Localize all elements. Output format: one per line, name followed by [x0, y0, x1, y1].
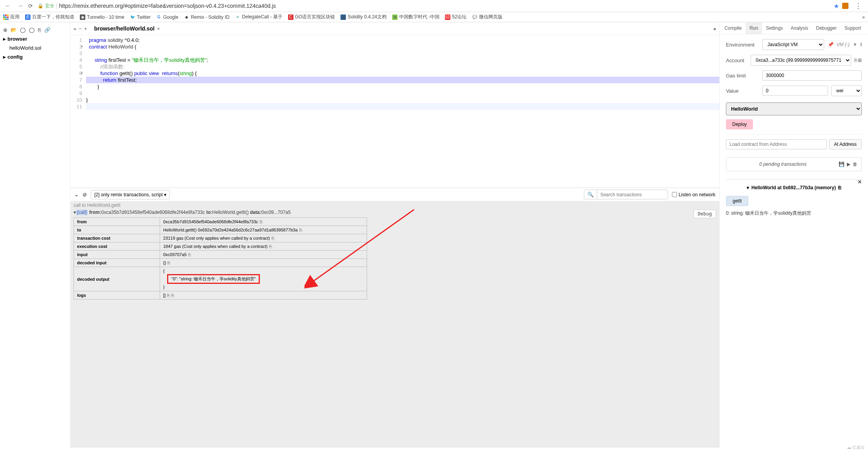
gas-limit-label: Gas limit — [726, 73, 759, 79]
tabs-minus-icon[interactable]: − — [79, 26, 82, 32]
trash-icon[interactable]: 🗑 — [853, 161, 857, 167]
copy-icon[interactable]: ⎘ — [171, 293, 174, 298]
terminal-filter-select[interactable]: [2] only remix transactions, script ▾ — [91, 190, 170, 199]
bookmark-item[interactable]: ◆Remix - Solidity ID — [184, 14, 230, 20]
instance-header[interactable]: ▾ HelloWorld at 0x692...77b3a (memory) ⎘ — [726, 183, 862, 192]
bookmark-item[interactable]: 5252论坛 — [445, 14, 466, 20]
terminal-output: call to HelloWorld.getIt ▾[call] from:0x… — [70, 201, 719, 448]
copy-icon[interactable]: ⎘ — [299, 228, 302, 232]
gas-limit-input[interactable] — [762, 70, 862, 81]
open-folder-icon[interactable]: 📂 — [11, 27, 17, 33]
tree-folder-config[interactable]: ▸ config — [0, 52, 70, 61]
copy-icon[interactable]: ⎘ — [38, 27, 41, 33]
tree-folder-browser[interactable]: ▸ browser — [0, 34, 70, 43]
search-icon[interactable]: 🔍 — [584, 190, 597, 199]
terminal-clear-icon[interactable]: ⊘ — [83, 192, 87, 197]
close-instance-icon[interactable]: × — [857, 178, 862, 186]
deployed-instance: × ▾ HelloWorld at 0x692...77b3a (memory)… — [726, 179, 862, 217]
chevron-down-icon[interactable]: ▾ — [747, 185, 749, 190]
copy-icon[interactable]: ⎘ — [838, 185, 841, 190]
tab-settings[interactable]: Settings — [762, 22, 787, 34]
bookmark-item[interactable]: ▤Solidity 0.4.24文档 — [340, 14, 386, 20]
terminal-toggle-icon[interactable]: ⌄ — [74, 192, 79, 197]
value-input[interactable] — [762, 86, 828, 96]
tab-analysis[interactable]: Analysis — [787, 22, 812, 34]
apps-icon — [3, 14, 9, 20]
environment-label: Environment — [726, 42, 759, 48]
account-select[interactable]: 0xca3...a733c (99.999999999999975771 — [751, 55, 851, 66]
extension-icon[interactable] — [842, 3, 848, 9]
load-address-input[interactable] — [726, 139, 827, 149]
tab-run[interactable]: Run — [746, 22, 762, 34]
function-result: 0: string: 锄禾日当午，学solidity真他妈苦 — [726, 210, 862, 217]
add-icon[interactable]: ⊞ — [858, 57, 862, 63]
deploy-button[interactable]: Deploy — [726, 119, 753, 129]
save-icon[interactable]: 💾 — [839, 161, 845, 167]
search-transactions: 🔍 — [584, 190, 668, 199]
watermark: ☁ 亿速云 — [847, 445, 865, 448]
github-icon[interactable]: ◯ — [20, 27, 26, 33]
github-icon[interactable]: ◯ — [29, 27, 35, 33]
bookmark-item[interactable]: ◉Tunnello - 10 time — [80, 14, 124, 20]
back-button[interactable]: ← — [3, 2, 13, 9]
bookmark-item[interactable]: ⊞中国数字时代 -中国 — [392, 14, 439, 20]
copy-icon[interactable]: ⎘ — [167, 293, 170, 298]
search-input[interactable] — [597, 190, 668, 199]
bookmark-item[interactable]: 🐦Twitter — [130, 14, 151, 20]
tabs-overflow-icon[interactable]: » — [713, 26, 716, 32]
tab-debugger[interactable]: Debugger — [812, 22, 841, 34]
call-summary-line[interactable]: ▾[call] from:0xca35b7d915458ef540ade6068… — [74, 209, 716, 216]
bookmark-item[interactable]: CGO语言实现区块链 — [288, 14, 335, 20]
bookmark-item[interactable]: 💬微信网页版 — [472, 14, 502, 20]
tabs-plus-icon[interactable]: + — [84, 26, 87, 32]
bookmark-item[interactable]: GGoogle — [156, 14, 178, 20]
tab-compile[interactable]: Compile — [720, 22, 746, 34]
value-unit-select[interactable]: wei — [831, 85, 862, 96]
chrome-menu-icon[interactable]: ⋮ — [852, 2, 865, 10]
reload-button[interactable]: ⟳ — [28, 3, 33, 9]
file-toolbar: ⊕ 📂 ◯ ◯ ⎘ 🔗 — [0, 25, 70, 34]
file-explorer: ⊕ 📂 ◯ ◯ ⎘ 🔗 ▸ browser helloWorld.sol ▸ c… — [0, 22, 70, 448]
forward-button[interactable]: → — [16, 2, 25, 9]
file-tab-label: browser/helloWorld.sol — [94, 25, 155, 32]
decoded-output-value: "0": "string: 锄禾日当午，学solidity真他妈苦" — [167, 274, 260, 284]
code-editor[interactable]: 1 2▾ 3 4 5 6▾ 7 8 9 10 11 pragma solidit… — [70, 35, 719, 188]
vm-mode-pin-icon[interactable]: 📌 — [827, 42, 833, 47]
listen-checkbox[interactable] — [672, 192, 677, 197]
gutter: 1 2▾ 3 4 5 6▾ 7 8 9 10 11 — [70, 35, 86, 188]
secure-label: 安全 — [45, 3, 54, 9]
terminal-toolbar: ⌄ ⊘ [2] only remix transactions, script … — [70, 188, 719, 201]
environment-select[interactable]: JavaScript VM — [762, 39, 824, 50]
link-icon[interactable]: 🔗 — [44, 27, 50, 33]
copy-icon[interactable]: ⎘ — [272, 236, 274, 240]
apps-button[interactable]: 应用 — [3, 14, 20, 20]
url-bar[interactable]: 🔒 安全 | https://remix.ethereum.org/#optim… — [36, 2, 830, 10]
run-panel: Compile Run Settings Analysis Debugger S… — [719, 22, 868, 448]
copy-icon[interactable]: ⎘ — [167, 260, 170, 265]
tabs-prev-icon[interactable]: « — [74, 26, 76, 32]
info-icon[interactable]: i — [861, 42, 862, 47]
bookmarks-bar: 应用 爪百度一下，你就知道 ◉Tunnello - 10 time 🐦Twitt… — [0, 12, 868, 22]
at-address-button[interactable]: At Address — [829, 139, 862, 149]
panel-tabs: Compile Run Settings Analysis Debugger S… — [720, 22, 868, 34]
play-icon[interactable]: ▶ — [847, 161, 850, 167]
browser-nav-bar: ← → ⟳ 🔒 安全 | https://remix.ethereum.org/… — [0, 0, 868, 12]
value-label: Value — [726, 88, 759, 94]
bookmark-item[interactable]: ✕DelegateCall - 基于 — [235, 14, 282, 20]
listen-network[interactable]: Listen on network — [672, 192, 715, 197]
bookmark-item[interactable]: 爪百度一下，你就知道 — [25, 14, 74, 20]
getit-button[interactable]: getIt — [726, 196, 748, 206]
new-file-icon[interactable]: ⊕ — [3, 27, 7, 33]
tab-support[interactable]: Support — [841, 22, 865, 34]
file-tab[interactable]: browser/helloWorld.sol × — [90, 24, 164, 33]
copy-icon[interactable]: ⎘ — [188, 252, 191, 257]
copy-icon[interactable]: ⎘ — [854, 57, 857, 63]
tree-file-helloworld[interactable]: helloWorld.sol — [0, 43, 70, 52]
bookmarks-overflow-icon[interactable]: » — [862, 14, 865, 20]
bookmark-star-icon[interactable]: ★ — [834, 2, 839, 10]
close-tab-icon[interactable]: × — [157, 26, 160, 32]
copy-icon[interactable]: ⎘ — [269, 244, 272, 249]
debug-button[interactable]: Debug — [693, 210, 716, 218]
copy-icon[interactable]: ⎘ — [260, 219, 263, 224]
contract-select[interactable]: HelloWorld — [726, 102, 862, 115]
